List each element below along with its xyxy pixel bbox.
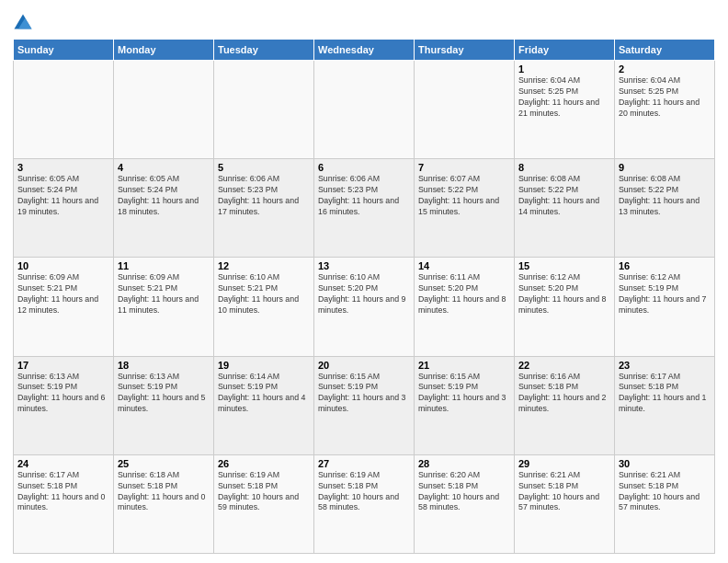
day-info: Sunrise: 6:06 AM Sunset: 5:23 PM Dayligh… xyxy=(318,174,410,218)
day-number: 20 xyxy=(318,360,410,371)
day-number: 11 xyxy=(118,260,210,271)
day-number: 17 xyxy=(17,360,109,371)
day-number: 9 xyxy=(619,162,711,173)
day-info: Sunrise: 6:04 AM Sunset: 5:25 PM Dayligh… xyxy=(518,75,610,120)
calendar-cell: 9Sunrise: 6:08 AM Sunset: 5:22 PM Daylig… xyxy=(615,159,715,258)
day-info: Sunrise: 6:06 AM Sunset: 5:23 PM Dayligh… xyxy=(218,174,310,218)
day-number: 18 xyxy=(118,360,210,371)
day-info: Sunrise: 6:13 AM Sunset: 5:19 PM Dayligh… xyxy=(17,372,109,416)
day-info: Sunrise: 6:15 AM Sunset: 5:19 PM Dayligh… xyxy=(418,372,510,416)
calendar-cell: 2Sunrise: 6:04 AM Sunset: 5:25 PM Daylig… xyxy=(615,61,715,159)
day-info: Sunrise: 6:18 AM Sunset: 5:18 PM Dayligh… xyxy=(118,470,210,514)
day-number: 12 xyxy=(218,260,310,271)
calendar-cell xyxy=(214,61,314,159)
day-number: 1 xyxy=(518,63,610,75)
day-info: Sunrise: 6:16 AM Sunset: 5:18 PM Dayligh… xyxy=(518,372,610,416)
calendar-cell: 13Sunrise: 6:10 AM Sunset: 5:20 PM Dayli… xyxy=(314,258,415,356)
day-info: Sunrise: 6:15 AM Sunset: 5:19 PM Dayligh… xyxy=(318,372,410,416)
week-row-1: 1Sunrise: 6:04 AM Sunset: 5:25 PM Daylig… xyxy=(14,61,715,159)
calendar-cell: 16Sunrise: 6:12 AM Sunset: 5:19 PM Dayli… xyxy=(615,258,715,356)
calendar-cell: 5Sunrise: 6:06 AM Sunset: 5:23 PM Daylig… xyxy=(214,159,314,258)
day-number: 29 xyxy=(518,458,610,469)
day-header-sunday: Sunday xyxy=(14,40,114,61)
day-header-tuesday: Tuesday xyxy=(214,40,314,61)
day-header-wednesday: Wednesday xyxy=(314,40,415,61)
day-number: 2 xyxy=(619,63,711,75)
calendar-cell: 21Sunrise: 6:15 AM Sunset: 5:19 PM Dayli… xyxy=(415,356,515,454)
calendar-cell: 14Sunrise: 6:11 AM Sunset: 5:20 PM Dayli… xyxy=(415,258,515,356)
day-header-friday: Friday xyxy=(515,40,615,61)
day-number: 25 xyxy=(118,458,210,469)
day-info: Sunrise: 6:08 AM Sunset: 5:22 PM Dayligh… xyxy=(518,174,610,218)
day-header-monday: Monday xyxy=(114,40,214,61)
day-number: 4 xyxy=(118,162,210,173)
day-number: 23 xyxy=(619,360,711,371)
calendar-cell: 3Sunrise: 6:05 AM Sunset: 5:24 PM Daylig… xyxy=(14,159,114,258)
day-number: 30 xyxy=(619,458,711,469)
calendar-cell: 7Sunrise: 6:07 AM Sunset: 5:22 PM Daylig… xyxy=(415,159,515,258)
calendar-cell: 6Sunrise: 6:06 AM Sunset: 5:23 PM Daylig… xyxy=(314,159,415,258)
calendar-header-row: SundayMondayTuesdayWednesdayThursdayFrid… xyxy=(14,40,715,61)
day-info: Sunrise: 6:12 AM Sunset: 5:19 PM Dayligh… xyxy=(619,272,711,316)
calendar-cell: 25Sunrise: 6:18 AM Sunset: 5:18 PM Dayli… xyxy=(114,454,214,553)
calendar-cell: 18Sunrise: 6:13 AM Sunset: 5:19 PM Dayli… xyxy=(114,356,214,454)
day-number: 10 xyxy=(17,260,109,271)
day-number: 5 xyxy=(218,162,310,173)
calendar-cell: 10Sunrise: 6:09 AM Sunset: 5:21 PM Dayli… xyxy=(14,258,114,356)
calendar-cell xyxy=(314,61,415,159)
calendar-cell: 28Sunrise: 6:20 AM Sunset: 5:18 PM Dayli… xyxy=(415,454,515,553)
day-info: Sunrise: 6:13 AM Sunset: 5:19 PM Dayligh… xyxy=(118,372,210,416)
day-number: 15 xyxy=(518,260,610,271)
day-info: Sunrise: 6:05 AM Sunset: 5:24 PM Dayligh… xyxy=(118,174,210,218)
day-info: Sunrise: 6:17 AM Sunset: 5:18 PM Dayligh… xyxy=(619,372,711,416)
week-row-2: 3Sunrise: 6:05 AM Sunset: 5:24 PM Daylig… xyxy=(14,159,715,258)
calendar-cell: 1Sunrise: 6:04 AM Sunset: 5:25 PM Daylig… xyxy=(515,61,615,159)
day-info: Sunrise: 6:20 AM Sunset: 5:18 PM Dayligh… xyxy=(418,470,510,514)
day-number: 21 xyxy=(418,360,510,371)
calendar: SundayMondayTuesdayWednesdayThursdayFrid… xyxy=(13,39,715,554)
calendar-cell: 26Sunrise: 6:19 AM Sunset: 5:18 PM Dayli… xyxy=(214,454,314,553)
calendar-cell: 23Sunrise: 6:17 AM Sunset: 5:18 PM Dayli… xyxy=(615,356,715,454)
day-number: 26 xyxy=(218,458,310,469)
calendar-cell xyxy=(14,61,114,159)
day-number: 7 xyxy=(418,162,510,173)
day-number: 14 xyxy=(418,260,510,271)
day-info: Sunrise: 6:21 AM Sunset: 5:18 PM Dayligh… xyxy=(619,470,711,514)
day-number: 3 xyxy=(17,162,109,173)
day-number: 6 xyxy=(318,162,410,173)
logo-icon xyxy=(13,13,33,33)
day-info: Sunrise: 6:05 AM Sunset: 5:24 PM Dayligh… xyxy=(17,174,109,218)
day-info: Sunrise: 6:10 AM Sunset: 5:21 PM Dayligh… xyxy=(218,272,310,316)
day-info: Sunrise: 6:09 AM Sunset: 5:21 PM Dayligh… xyxy=(17,272,109,316)
week-row-5: 24Sunrise: 6:17 AM Sunset: 5:18 PM Dayli… xyxy=(14,454,715,553)
day-info: Sunrise: 6:10 AM Sunset: 5:20 PM Dayligh… xyxy=(318,272,410,316)
day-info: Sunrise: 6:19 AM Sunset: 5:18 PM Dayligh… xyxy=(218,470,310,514)
day-info: Sunrise: 6:14 AM Sunset: 5:19 PM Dayligh… xyxy=(218,372,310,416)
calendar-cell: 11Sunrise: 6:09 AM Sunset: 5:21 PM Dayli… xyxy=(114,258,214,356)
header xyxy=(13,9,715,33)
calendar-cell: 20Sunrise: 6:15 AM Sunset: 5:19 PM Dayli… xyxy=(314,356,415,454)
day-info: Sunrise: 6:19 AM Sunset: 5:18 PM Dayligh… xyxy=(318,470,410,514)
calendar-cell: 12Sunrise: 6:10 AM Sunset: 5:21 PM Dayli… xyxy=(214,258,314,356)
day-number: 19 xyxy=(218,360,310,371)
calendar-cell: 30Sunrise: 6:21 AM Sunset: 5:18 PM Dayli… xyxy=(615,454,715,553)
day-number: 28 xyxy=(418,458,510,469)
calendar-cell xyxy=(415,61,515,159)
logo xyxy=(13,13,36,33)
day-info: Sunrise: 6:12 AM Sunset: 5:20 PM Dayligh… xyxy=(518,272,610,316)
day-number: 8 xyxy=(518,162,610,173)
day-info: Sunrise: 6:09 AM Sunset: 5:21 PM Dayligh… xyxy=(118,272,210,316)
calendar-cell: 4Sunrise: 6:05 AM Sunset: 5:24 PM Daylig… xyxy=(114,159,214,258)
calendar-cell xyxy=(114,61,214,159)
calendar-cell: 29Sunrise: 6:21 AM Sunset: 5:18 PM Dayli… xyxy=(515,454,615,553)
calendar-cell: 22Sunrise: 6:16 AM Sunset: 5:18 PM Dayli… xyxy=(515,356,615,454)
calendar-cell: 17Sunrise: 6:13 AM Sunset: 5:19 PM Dayli… xyxy=(14,356,114,454)
day-header-thursday: Thursday xyxy=(415,40,515,61)
day-info: Sunrise: 6:08 AM Sunset: 5:22 PM Dayligh… xyxy=(619,174,711,218)
calendar-cell: 19Sunrise: 6:14 AM Sunset: 5:19 PM Dayli… xyxy=(214,356,314,454)
day-info: Sunrise: 6:07 AM Sunset: 5:22 PM Dayligh… xyxy=(418,174,510,218)
day-number: 24 xyxy=(17,458,109,469)
calendar-cell: 24Sunrise: 6:17 AM Sunset: 5:18 PM Dayli… xyxy=(14,454,114,553)
day-info: Sunrise: 6:11 AM Sunset: 5:20 PM Dayligh… xyxy=(418,272,510,316)
day-number: 22 xyxy=(518,360,610,371)
